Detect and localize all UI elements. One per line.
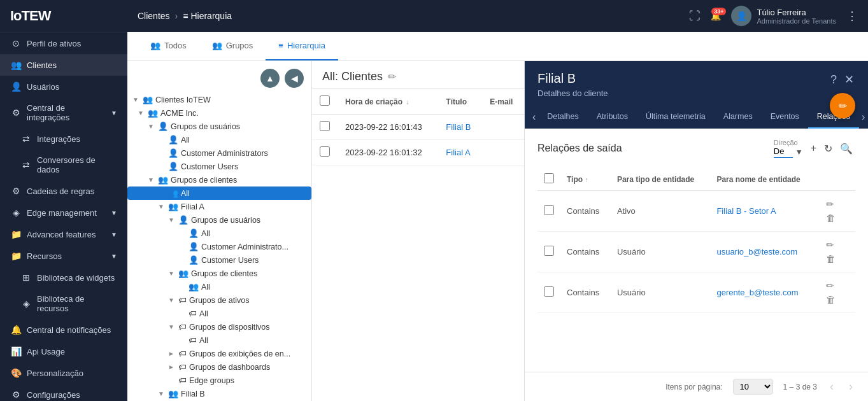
rel-row-checkbox[interactable] [544, 205, 554, 215]
row-link[interactable]: Filial A [446, 148, 470, 157]
tab-grupos[interactable]: 👥 Grupos [199, 32, 266, 60]
sidebar-item-recursos[interactable]: 📁 Recursos ▼ [0, 245, 127, 267]
sidebar-item-cadeias[interactable]: ⚙ Cadeias de regras [0, 180, 127, 202]
per-page-select[interactable]: 10 25 50 [733, 379, 773, 395]
breadcrumb-clientes[interactable]: Clientes [138, 11, 170, 21]
table-row[interactable]: 2023-09-22 16:01:43 Filial B [312, 115, 524, 140]
tree-node-cust-users-2[interactable]: 👤 Customer Users [127, 253, 311, 267]
tree-node-cust-admin-2[interactable]: 👤 Customer Administrato... [127, 240, 311, 253]
row-checkbox[interactable] [320, 146, 330, 157]
tab-atributos[interactable]: Atributos [588, 106, 637, 129]
select-all-rel-checkbox[interactable] [544, 173, 554, 183]
delete-relation-button[interactable]: 🗑 [823, 293, 838, 306]
direction-dropdown-icon[interactable]: ▼ [795, 148, 803, 157]
sidebar-item-advanced[interactable]: 📁 Advanced features ▼ [0, 223, 127, 245]
tree-node-clientes-iotew[interactable]: ▼ 👥 Clientes IoTEW [127, 93, 311, 106]
node-label: Grupos de exibições de en... [189, 349, 290, 358]
relation-row[interactable]: Contains Usuário gerente_b@teste.com ✏ 🗑 [537, 272, 855, 313]
tree-node-acme[interactable]: ▼ 👥 ACME Inc. [127, 106, 311, 120]
sidebar-item-personalizacao[interactable]: 🎨 Personalização [0, 362, 127, 384]
tree-node-all-gc2[interactable]: 👥 All [127, 280, 311, 293]
sort-tipo-button[interactable]: ↑ [585, 176, 588, 183]
sidebar-item-configuracoes[interactable]: ⚙ Configurações [0, 384, 127, 401]
add-relation-button[interactable]: + [808, 140, 819, 157]
rel-para-nome[interactable]: Filial B - Setor A [716, 206, 776, 216]
sidebar-item-notificacoes[interactable]: 🔔 Central de notificações [0, 319, 127, 341]
edit-relation-button[interactable]: ✏ [823, 197, 837, 211]
tree-node-grupos-exibicoes[interactable]: ► 🏷 Grupos de exibições de en... [127, 347, 311, 360]
relation-row[interactable]: Contains Ativo Filial B - Setor A ✏ 🗑 [537, 191, 855, 232]
tab-detalhes[interactable]: Detalhes [538, 106, 587, 129]
sidebar-item-widgets[interactable]: ⊞ Biblioteca de widgets [10, 267, 127, 288]
sidebar-item-perfil[interactable]: ⊙ Perfil de ativos [0, 32, 127, 54]
expand-icon: ▼ [138, 109, 148, 116]
tree-node-grupos-usuarios[interactable]: ▼ 👤 Grupos de usuários [127, 120, 311, 133]
tree-node-all-selected[interactable]: 👥 All [127, 186, 311, 200]
tree-node-all-ga[interactable]: 🏷 All [127, 307, 311, 320]
tree-node-grupos-clientes-1[interactable]: ▼ 👥 Grupos de clientes [127, 173, 311, 186]
tab-hierarquia[interactable]: ≡ Hierarquia [266, 32, 338, 60]
tree-back-button[interactable]: ◀ [285, 69, 304, 88]
refresh-relations-button[interactable]: ↻ [822, 140, 835, 157]
sidebar-item-integracoes-sub[interactable]: ⇄ Integrações [10, 128, 127, 150]
user-info[interactable]: 👤 Túlio Ferreira Administrador de Tenant… [731, 6, 836, 26]
sidebar-item-conversores[interactable]: ⇄ Conversores de dados [10, 150, 127, 180]
tab-eventos[interactable]: Eventos [762, 106, 808, 129]
node-icon: 👥 [143, 95, 153, 104]
edit-relation-button[interactable]: ✏ [823, 238, 837, 252]
close-button[interactable]: ✕ [843, 71, 855, 88]
tree-node-edge-groups[interactable]: 🏷 Edge groups [127, 374, 311, 387]
tree-node-all-2[interactable]: 👤 All [127, 227, 311, 240]
edit-relation-button[interactable]: ✏ [823, 279, 837, 293]
tree-node-grupos-dispositivos[interactable]: ▼ 🏷 Grupos de dispositivos [127, 320, 311, 334]
tree-node-grupos-clientes-2[interactable]: ▼ 👥 Grupos de clientes [127, 267, 311, 280]
rel-para-nome[interactable]: usuario_b@teste.com [716, 247, 797, 257]
rel-para-nome[interactable]: gerente_b@teste.com [716, 288, 798, 297]
tab-telemetria[interactable]: Última telemetria [637, 106, 715, 129]
tree-node-cust-users-1[interactable]: 👤 Customer Users [127, 160, 311, 173]
tree-node-cust-admin-1[interactable]: 👤 Customer Administrators [127, 146, 311, 160]
pagination-next-button[interactable]: › [846, 379, 855, 395]
tree-node-grupos-ativos[interactable]: ▼ 🏷 Grupos de ativos [127, 293, 311, 307]
tree-node-grupos-usuarios-2[interactable]: ▼ 👤 Grupos de usuários [127, 213, 311, 227]
tree-node-all-1[interactable]: 👤 All [127, 133, 311, 146]
direction-value: De [774, 146, 793, 158]
sidebar-item-recursos-sub[interactable]: ◈ Biblioteca de recursos [10, 288, 127, 319]
node-label: Grupos de dispositivos [189, 323, 269, 332]
tree-node-grupos-dashboards[interactable]: ► 🏷 Grupos de dashboards [127, 360, 311, 374]
sidebar-item-clientes[interactable]: 👥 Clientes [0, 54, 127, 76]
tree-node-filial-b[interactable]: ▼ 👥 Filial B [127, 387, 311, 400]
sidebar-item-label: Recursos [27, 251, 62, 261]
tab-alarmes[interactable]: Alarmes [715, 106, 762, 129]
delete-relation-button[interactable]: 🗑 [823, 252, 838, 265]
rel-row-checkbox[interactable] [544, 246, 554, 256]
sidebar-item-api[interactable]: 📊 Api Usage [0, 341, 127, 362]
edit-icon[interactable]: ✏ [388, 71, 396, 83]
integracoes-sub-icon: ⇄ [20, 134, 32, 144]
table-row[interactable]: 2023-09-22 16:01:32 Filial A [312, 140, 524, 165]
tab-nav-left[interactable]: ‹ [530, 106, 538, 129]
tab-nav-right[interactable]: › [859, 106, 867, 129]
tree-node-all-gd[interactable]: 🏷 All [127, 334, 311, 347]
fullscreen-icon[interactable]: ⛶ [689, 10, 701, 23]
help-button[interactable]: ? [829, 72, 838, 88]
sidebar-item-edge[interactable]: ◈ Edge management ▼ [0, 202, 127, 223]
more-icon[interactable]: ⋮ [846, 9, 858, 23]
sidebar-item-usuarios[interactable]: 👤 Usuários [0, 76, 127, 97]
edit-fab-button[interactable]: ✏ [830, 93, 855, 118]
relation-row[interactable]: Contains Usuário usuario_b@teste.com ✏ 🗑 [537, 232, 855, 272]
delete-relation-button[interactable]: 🗑 [823, 211, 838, 225]
notification-bell[interactable]: 🔔 33+ [711, 11, 721, 21]
select-all-checkbox[interactable] [320, 95, 330, 106]
row-checkbox[interactable] [320, 121, 330, 131]
search-relations-button[interactable]: 🔍 [837, 140, 855, 157]
cell-email [482, 115, 524, 140]
sort-icon[interactable]: ↓ [406, 99, 409, 106]
tree-node-filial-a[interactable]: ▼ 👥 Filial A [127, 200, 311, 213]
sidebar-item-integracoes[interactable]: ⚙ Central de integrações ▼ [0, 97, 127, 128]
pagination-prev-button[interactable]: ‹ [827, 379, 836, 395]
row-link[interactable]: Filial B [446, 122, 471, 132]
tab-todos[interactable]: 👥 Todos [138, 32, 199, 60]
rel-row-checkbox[interactable] [544, 286, 554, 297]
tree-up-button[interactable]: ▲ [260, 69, 280, 88]
